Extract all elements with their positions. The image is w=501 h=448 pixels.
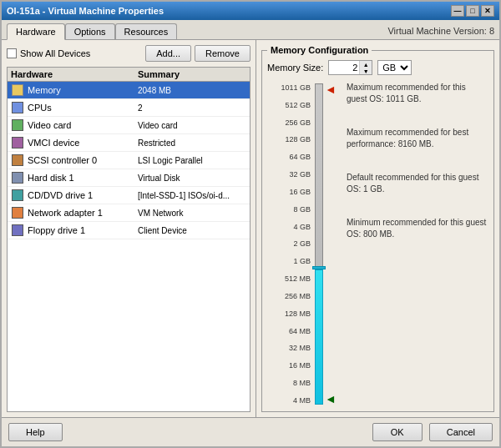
scale-8mb: 8 MB	[267, 379, 311, 387]
tab-resources[interactable]: Resources	[115, 23, 178, 39]
scale-1011gb: 1011 GB	[267, 83, 311, 92]
table-row-network[interactable]: Network adapter 1 VM Network	[8, 204, 250, 222]
hw-summary-vmci: Restricted	[138, 138, 246, 148]
cancel-button[interactable]: Cancel	[429, 423, 493, 441]
table-row-scsi[interactable]: SCSI controller 0 LSI Logic Parallel	[8, 152, 250, 169]
memory-icon	[11, 83, 24, 97]
table-header: Hardware Summary	[8, 68, 250, 82]
title-bar-buttons: — □ ✕	[451, 5, 494, 17]
slider-track-area[interactable]	[313, 83, 325, 405]
scale-128gb: 128 GB	[267, 135, 311, 143]
scale-64gb: 64 GB	[267, 153, 311, 161]
table-row-cpus[interactable]: CPUs 2	[8, 99, 250, 117]
scale-32mb: 32 MB	[267, 344, 311, 352]
hdd-icon	[11, 171, 24, 184]
table-row-vmci[interactable]: VMCI device Restricted	[8, 134, 250, 152]
scale-4mb: 4 MB	[267, 396, 311, 405]
memory-size-row: Memory Size: ▲ ▼ MB GB	[267, 60, 488, 75]
close-button[interactable]: ✕	[481, 5, 494, 17]
ok-button[interactable]: OK	[372, 423, 423, 441]
hw-summary-hdd: Virtual Disk	[138, 174, 246, 183]
scale-8gb: 8 GB	[267, 205, 311, 214]
minimize-button[interactable]: —	[451, 5, 464, 17]
memory-value-input[interactable]	[329, 62, 359, 73]
mem-size-label: Memory Size:	[267, 63, 323, 73]
note-min: Minimum recommended for this guest OS: 8…	[347, 217, 488, 240]
tab-options[interactable]: Options	[65, 23, 115, 39]
table-row-memory[interactable]: Memory 2048 MB	[8, 82, 250, 99]
hw-summary-cpus: 2	[138, 103, 246, 113]
hw-summary-video: Video card	[138, 121, 246, 130]
scale-32gb: 32 GB	[267, 170, 311, 179]
arrow-markers: ◄ ◄ ◄ ◄	[325, 83, 342, 405]
memory-unit-select[interactable]: MB GB	[377, 60, 412, 75]
vm-version: Virtual Machine Version: 8	[387, 26, 494, 36]
hw-summary-floppy: Client Device	[138, 226, 246, 235]
floppy-icon	[11, 224, 24, 237]
scale-64mb: 64 MB	[267, 327, 311, 335]
slider-notes-area: 1011 GB 512 GB 256 GB 128 GB 64 GB 32 GB…	[267, 82, 488, 406]
window-title: OI-151a - Virtual Machine Properties	[7, 6, 164, 16]
tab-hardware[interactable]: Hardware	[7, 23, 65, 40]
scale-256mb: 256 MB	[267, 292, 311, 300]
show-all-label: Show All Devices	[20, 48, 90, 58]
hw-name-cpus: CPUs	[28, 103, 138, 113]
hw-summary-net: VM Network	[138, 209, 246, 218]
cdrom-icon	[11, 189, 24, 202]
hw-name-net: Network adapter 1	[28, 208, 138, 218]
note-perf: Maximum recommended for best performance…	[347, 127, 488, 150]
memory-descriptions: Maximum recommended for this guest OS: 1…	[342, 82, 488, 406]
scale-256gb: 256 GB	[267, 118, 311, 127]
scale-16mb: 16 MB	[267, 361, 311, 370]
hw-name-vmci: VMCI device	[28, 138, 138, 148]
scale-1gb: 1 GB	[267, 257, 311, 265]
scale-512gb: 512 GB	[267, 101, 311, 109]
hw-name-scsi: SCSI controller 0	[28, 155, 138, 165]
show-all-checkbox[interactable]	[7, 48, 17, 58]
content-area: Show All Devices Add... Remove Hardware …	[2, 40, 499, 417]
show-all-row: Show All Devices Add... Remove	[7, 45, 250, 62]
scale-512mb: 512 MB	[267, 274, 311, 283]
help-button[interactable]: Help	[8, 423, 63, 441]
min-arrow: ◄	[325, 393, 342, 405]
note-max: Maximum recommended for this guest OS: 1…	[347, 82, 488, 105]
vmci-icon	[11, 136, 24, 149]
remove-button[interactable]: Remove	[195, 45, 250, 62]
hw-name-memory: Memory	[28, 85, 138, 95]
spinner-down[interactable]: ▼	[360, 68, 372, 74]
max-arrow: ◄	[325, 83, 342, 95]
hw-name-cdrom: CD/DVD drive 1	[28, 190, 138, 200]
hw-summary-memory: 2048 MB	[138, 86, 246, 95]
scale-4gb: 4 GB	[267, 223, 311, 231]
mem-config-title: Memory Configuration	[271, 45, 368, 55]
scsi-icon	[11, 154, 24, 167]
table-row-videocard[interactable]: Video card Video card	[8, 117, 250, 134]
add-button[interactable]: Add...	[145, 45, 191, 62]
scale-16gb: 16 GB	[267, 188, 311, 196]
memory-spinner[interactable]: ▲ ▼	[328, 60, 372, 75]
table-row-cdrom[interactable]: CD/DVD drive 1 [Intel-SSD-1] ISOs/oi-d..…	[8, 187, 250, 204]
right-panel: Memory Configuration Memory Size: ▲ ▼ MB	[256, 40, 499, 417]
scale-128mb: 128 MB	[267, 310, 311, 318]
hw-summary-cdrom: [Intel-SSD-1] ISOs/oi-d...	[138, 191, 246, 200]
title-bar: OI-151a - Virtual Machine Properties — □…	[2, 2, 499, 20]
spinner-up[interactable]: ▲	[360, 61, 372, 68]
col-summary-header: Summary	[138, 69, 246, 79]
hw-name-hdd: Hard disk 1	[28, 173, 138, 183]
table-row-floppy[interactable]: Floppy drive 1 Client Device	[8, 222, 250, 239]
note-default: Default recommended for this guest OS: 1…	[347, 172, 488, 195]
left-panel: Show All Devices Add... Remove Hardware …	[2, 40, 256, 417]
scale-2gb: 2 GB	[267, 239, 311, 248]
footer-right-buttons: OK Cancel	[372, 423, 493, 441]
hw-name-floppy: Floppy drive 1	[28, 225, 138, 235]
videocard-icon	[11, 118, 24, 132]
hw-name-video: Video card	[28, 120, 138, 130]
cpu-icon	[11, 101, 24, 114]
maximize-button[interactable]: □	[466, 5, 479, 17]
spinner-arrows: ▲ ▼	[359, 61, 372, 74]
hw-summary-scsi: LSI Logic Parallel	[138, 156, 246, 165]
main-window: OI-151a - Virtual Machine Properties — □…	[0, 0, 501, 448]
table-row-hdd[interactable]: Hard disk 1 Virtual Disk	[8, 169, 250, 187]
footer: Help OK Cancel	[2, 417, 499, 446]
hardware-table: Hardware Summary Memory 2048 MB CPUs 2	[7, 67, 250, 412]
